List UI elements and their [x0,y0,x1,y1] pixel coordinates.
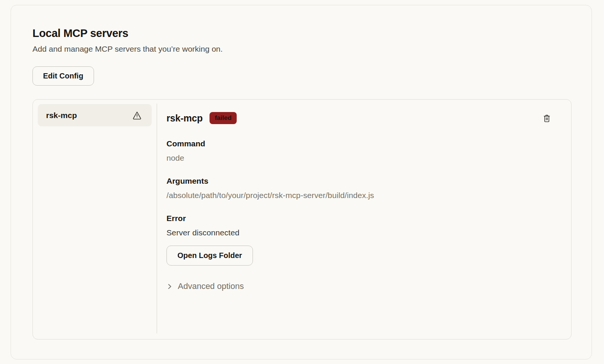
server-list: rsk-mcp [33,100,157,339]
server-card: rsk-mcp rsk-mcp failed [32,99,572,339]
server-detail-title: rsk-mcp [166,113,203,124]
server-detail-panel: rsk-mcp failed Co [157,100,571,339]
arguments-field: Arguments /absolute/path/to/your/project… [166,177,552,200]
page-subtitle: Add and manage MCP servers that you’re w… [32,45,592,54]
settings-panel: Local MCP servers Add and manage MCP ser… [11,5,592,359]
page-title: Local MCP servers [32,27,592,40]
arguments-field-label: Arguments [166,177,552,186]
trash-icon [542,114,552,123]
error-field-value: Server disconnected [166,228,552,237]
command-field: Command node [166,139,552,163]
command-field-label: Command [166,139,552,148]
advanced-options-label: Advanced options [178,281,244,291]
status-badge: failed [210,112,237,124]
server-detail-fields: Command node Arguments /absolute/path/to… [166,139,552,237]
arguments-field-value: /absolute/path/to/your/project/rsk-mcp-s… [166,191,552,200]
server-name-label: rsk-mcp [46,111,77,120]
edit-config-button[interactable]: Edit Config [32,66,94,86]
delete-server-button[interactable] [541,113,552,124]
error-field-label: Error [166,214,552,223]
server-detail-header: rsk-mcp failed [166,112,552,124]
command-field-value: node [166,154,552,163]
warning-icon [132,111,142,120]
chevron-right-icon [166,283,173,290]
error-field: Error Server disconnected [166,214,552,237]
open-logs-folder-button[interactable]: Open Logs Folder [166,246,253,266]
server-list-item-rsk-mcp[interactable]: rsk-mcp [38,104,152,126]
advanced-options-toggle[interactable]: Advanced options [166,281,244,291]
